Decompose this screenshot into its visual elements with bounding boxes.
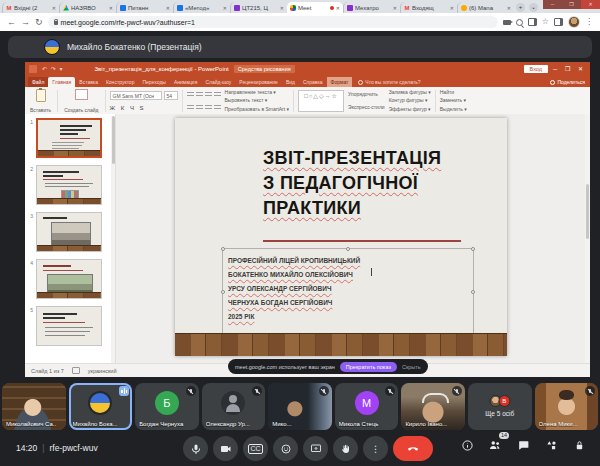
font-size-select[interactable]: 54 [164,91,178,100]
editor-scrollbar[interactable] [585,114,590,364]
tab-search-chevron-icon[interactable]: ⌄ [529,3,538,12]
url-text[interactable]: meet.google.com/rfe-pwcf-wuv?authuser=1 [61,19,195,26]
shape-outline-button[interactable]: Контур фигуры ▾ [389,97,431,104]
align-right-icon[interactable] [205,104,212,111]
zoom-icon[interactable] [516,19,523,26]
tab-close-icon[interactable]: ✕ [109,5,113,11]
line-spacing-icon[interactable] [214,91,221,98]
participant-tile[interactable]: Мико... [268,383,332,430]
reactions-button[interactable] [273,436,298,461]
find-button[interactable]: Найти [440,89,467,96]
raise-hand-button[interactable] [333,436,358,461]
align-text-button[interactable]: Выровнять текст ▾ [225,97,290,104]
thumbnail-scrollbar[interactable] [111,116,115,364]
profile-avatar[interactable] [568,16,580,28]
browser-menu-icon[interactable]: ⋮ [585,18,593,26]
ppt-tab-review[interactable]: Рецензирование [235,77,282,87]
tab-inbox-ua[interactable]: MВхідні (2✕ [2,2,59,13]
notes-icon[interactable] [72,367,80,374]
tab-close-icon[interactable]: ✕ [52,5,56,11]
ppt-tab-transitions[interactable]: Переходы [138,77,169,87]
ppt-tab-animations[interactable]: Анимация [170,77,201,87]
tab-close-icon[interactable]: ✕ [280,5,284,11]
slide-title[interactable]: ЗВІТ-ПРЕЗЕНТАЦІЯ З ПЕДАГОГІЧНОЇ ПРАКТИКИ [263,146,441,221]
smartart-button[interactable]: Преобразовать в SmartArt ▾ [225,106,290,113]
share-icon[interactable] [528,18,537,26]
host-controls-button[interactable] [572,438,586,452]
slide-thumbnail-5[interactable] [36,306,102,346]
window-minimize-button[interactable]: ─ [543,0,562,9]
align-left-icon[interactable] [187,104,194,111]
tab-metod[interactable]: «Метод»✕ [173,2,230,13]
tab-close-icon[interactable]: ✕ [223,5,227,11]
tab-nazyavo[interactable]: НАЗЯВО✕ [59,2,116,13]
new-slide-button[interactable]: Создать слайд [62,88,100,114]
slide-thumbnail-2[interactable] [36,165,102,205]
slide-thumbnail-1[interactable] [36,118,102,158]
align-center-icon[interactable] [196,104,203,111]
back-icon[interactable]: ← [7,18,16,27]
replace-button[interactable]: Заменить ▾ [440,97,467,104]
ppt-tab-home[interactable]: Главная [48,77,75,87]
present-screen-button[interactable] [303,436,328,461]
bullets-icon[interactable] [187,91,194,98]
leave-call-button[interactable] [393,436,433,461]
mic-button[interactable] [183,436,208,461]
quick-access-toolbar[interactable]: ↶ ↷ ▾ [42,65,63,72]
participant-tile[interactable]: Кирило Івано... [401,383,465,430]
forward-icon[interactable]: → [21,18,30,27]
participant-tile[interactable]: Олександр Ур... [202,383,266,430]
select-button[interactable]: Выделить ▾ [440,106,467,113]
arrange-button[interactable]: Упорядочить [348,91,385,98]
ppt-tab-insert[interactable]: Вставка [75,77,102,87]
tab-mehatro[interactable]: Мехатро✕ [343,2,400,13]
more-options-button[interactable]: ⋮ [363,436,388,461]
activities-button[interactable] [544,438,558,452]
tab-ct215[interactable]: ЦТ215, Ц✕ [230,2,287,13]
font-name-select[interactable]: GM Sans MT (Осн [110,91,162,100]
shapes-gallery[interactable]: □○△◇→☆ [298,90,344,112]
slide-subtitle[interactable]: ПРОФЕСІЙНИЙ ЛІЦЕЙ КРОПИВНИЦЬКИЙ БОКАТЕНК… [228,254,360,324]
participant-tile[interactable]: Б Богдан Чернуха [135,383,199,430]
participant-tile-presenter[interactable]: Михайло Бока... [69,383,133,430]
numbering-icon[interactable] [196,91,203,98]
ppt-window-controls[interactable]: ─ ❐ ✕ [553,65,586,72]
bookmark-star-icon[interactable]: ☆ [542,18,549,26]
tab-pytannya[interactable]: Питанн✕ [116,2,173,13]
participant-tile[interactable]: Олена Мики... [535,383,599,430]
text-direction-button[interactable]: Направление текста ▾ [225,89,290,96]
paste-button[interactable]: Вставить [28,88,53,114]
shape-fill-button[interactable]: Заливка фигуры ▾ [389,89,431,96]
participant-tile[interactable]: Миколайович Са... [2,383,66,430]
side-panel-icon[interactable] [554,18,563,26]
ppt-tab-design[interactable]: Конструктор [102,77,139,87]
columns-icon[interactable] [214,104,221,111]
ppt-tab-view[interactable]: Вид [282,77,299,87]
font-style-buttons[interactable]: Ж К Ч S [110,105,178,111]
ppt-tab-slideshow[interactable]: Слайд-шоу [201,77,235,87]
tab-meet-active[interactable]: Meet✕ [287,2,343,13]
tab-close-icon[interactable]: ✕ [393,5,397,11]
reload-icon[interactable]: ↻ [35,18,43,27]
quick-styles-button[interactable]: Экспресс-стили [348,104,385,111]
shape-effects-button[interactable]: Эффекты фигур ▾ [389,106,431,113]
language-indicator[interactable]: украинский [88,368,117,374]
tab-close-icon[interactable]: ✕ [336,5,340,11]
ppt-share-button[interactable]: Поделиться [550,79,585,87]
tab-mana[interactable]: (6) Mana✕ [457,2,514,13]
indent-icon[interactable] [205,91,212,98]
tab-inbox-ru[interactable]: MВходящ✕ [400,2,457,13]
camera-indicator-icon[interactable] [503,20,511,25]
ppt-tab-format[interactable]: Формат [327,77,353,87]
participant-tile[interactable]: М Микола Стець [335,383,399,430]
tell-me-box[interactable]: Что вы хотите сделать? [358,79,420,87]
people-panel-button[interactable]: 14 [488,438,502,452]
tab-close-icon[interactable]: ✕ [166,5,170,11]
slide-canvas[interactable]: ЗВІТ-ПРЕЗЕНТАЦІЯ З ПЕДАГОГІЧНОЇ ПРАКТИКИ [175,118,507,356]
tab-close-icon[interactable]: ✕ [507,5,511,11]
camera-button[interactable] [213,436,238,461]
captions-button[interactable]: CC [243,436,268,461]
tab-close-icon[interactable]: ✕ [450,5,454,11]
address-bar[interactable]: meet.google.com/rfe-pwcf-wuv?authuser=1 [48,16,498,28]
ppt-tab-file[interactable]: Файл [28,77,48,87]
